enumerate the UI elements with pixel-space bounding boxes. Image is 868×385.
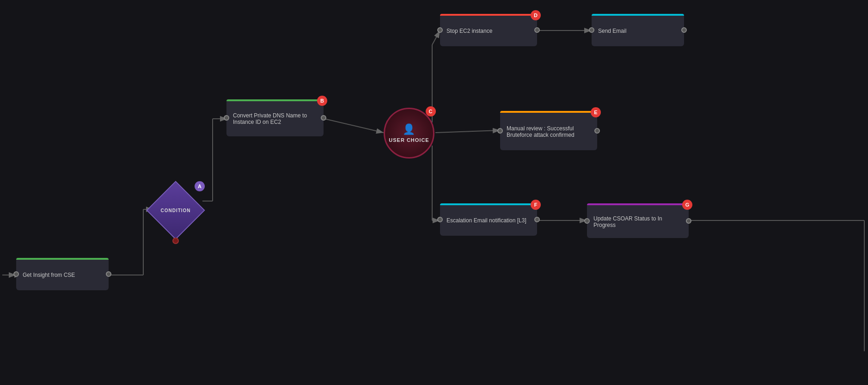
convert-dns-content: Convert Private DNS Name to Instance ID …: [226, 101, 324, 136]
escalation-email-node[interactable]: Escalation Email notification [L3] F: [440, 203, 537, 236]
update-csoar-content: Update CSOAR Status to In Progress: [587, 205, 689, 238]
convert-dns-connector-right: [321, 115, 326, 121]
manual-review-label: Manual review : Successful Bruteforce at…: [507, 125, 591, 138]
send-email-connector-left: [589, 27, 594, 33]
stop-ec2-connector-right: [534, 27, 540, 33]
connections-svg: [0, 0, 868, 385]
update-csoar-node[interactable]: Update CSOAR Status to In Progress G: [587, 203, 689, 238]
escalation-email-label: Escalation Email notification [L3]: [446, 217, 526, 224]
badge-a: A: [195, 181, 205, 191]
condition-node[interactable]: CONDITION A: [150, 185, 201, 236]
get-insight-connector-right: [106, 271, 111, 277]
get-insight-node[interactable]: Get Insight from CSE: [16, 258, 109, 290]
stop-ec2-label: Stop EC2 instance: [446, 28, 492, 34]
get-insight-connector-left: [13, 271, 19, 277]
escalation-email-connector-left: [437, 217, 443, 222]
update-csoar-label: Update CSOAR Status to In Progress: [593, 215, 682, 228]
stop-ec2-node[interactable]: Stop EC2 instance D: [440, 14, 537, 46]
user-choice-label: USER CHOICE: [389, 137, 429, 143]
condition-label: CONDITION: [160, 208, 190, 213]
convert-dns-node[interactable]: Convert Private DNS Name to Instance ID …: [226, 99, 324, 136]
svg-line-7: [324, 119, 384, 133]
badge-e: E: [591, 107, 601, 117]
manual-review-connector-left: [497, 128, 503, 134]
condition-bottom-connector: [172, 238, 179, 244]
send-email-label: Send Email: [598, 28, 626, 34]
badge-g: G: [682, 200, 692, 210]
user-choice-node[interactable]: 👤 USER CHOICE C: [384, 108, 434, 159]
badge-f: F: [531, 200, 541, 210]
convert-dns-connector-left: [224, 115, 229, 121]
manual-review-connector-right: [594, 128, 600, 134]
escalation-email-connector-right: [534, 217, 540, 222]
manual-review-content: Manual review : Successful Bruteforce at…: [500, 113, 597, 150]
get-insight-label: Get Insight from CSE: [23, 272, 75, 278]
send-email-content: Send Email: [592, 16, 684, 46]
svg-line-11: [435, 130, 500, 133]
escalation-email-content: Escalation Email notification [L3]: [440, 205, 537, 236]
badge-b: B: [317, 96, 327, 106]
workflow-canvas: Get Insight from CSE CONDITION A Convert…: [0, 0, 868, 385]
send-email-node[interactable]: Send Email: [592, 14, 684, 46]
stop-ec2-content: Stop EC2 instance: [440, 16, 537, 46]
user-icon: 👤: [403, 123, 416, 135]
get-insight-content: Get Insight from CSE: [16, 260, 109, 290]
update-csoar-connector-right: [686, 218, 691, 224]
send-email-connector-right: [681, 27, 687, 33]
badge-c: C: [426, 106, 436, 116]
convert-dns-label: Convert Private DNS Name to Instance ID …: [233, 112, 317, 125]
stop-ec2-connector-left: [437, 27, 443, 33]
badge-d: D: [531, 10, 541, 20]
manual-review-node[interactable]: Manual review : Successful Bruteforce at…: [500, 111, 597, 150]
update-csoar-connector-left: [584, 218, 590, 224]
